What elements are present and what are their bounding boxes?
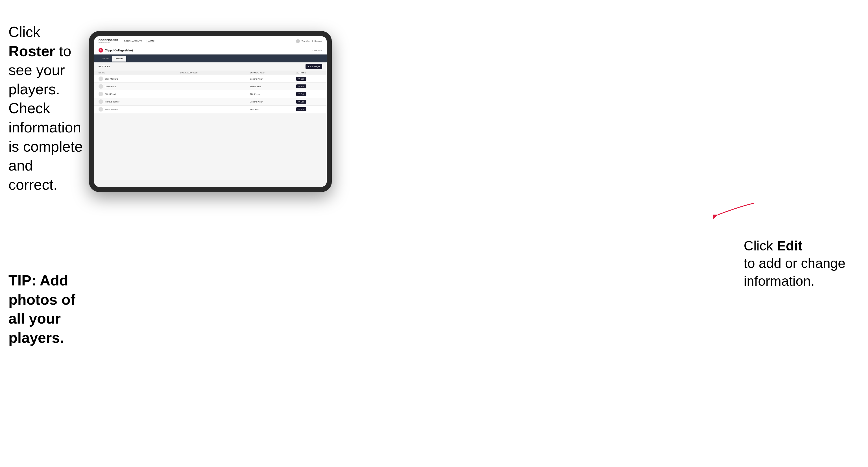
player-avatar [98,76,103,81]
player-actions-cell: ✏ Edit [292,75,327,83]
user-name: Test User [302,40,311,42]
logo-text: SCOREBOARD [98,39,118,42]
player-actions-cell: ✏ Edit [292,98,327,105]
edit-button-3[interactable]: ✏ Edit [296,100,306,104]
player-email-cell [175,98,245,105]
logo-area: SCOREBOARD Powered by clippd [98,39,118,43]
players-header: PLAYERS + Add Player [94,62,327,70]
player-year-cell: Fourth Year [245,83,292,90]
edit-button-4[interactable]: ✏ Edit [296,107,306,111]
tab-roster[interactable]: Roster [112,56,126,62]
nav-divider: | [312,40,313,42]
player-name-cell: Elliot Ebert [94,90,175,98]
team-header: C Clippd College (Men) Cancel ✕ [94,46,327,55]
nav-teams[interactable]: TEAMS [146,39,155,43]
top-nav: SCOREBOARD Powered by clippd TOURNAMENTS… [94,36,327,46]
edit-icon: ✏ [299,108,300,111]
edit-icon: ✏ [299,100,300,103]
right-annotation: Click Editto add or changeinformation. [744,237,845,290]
player-year-cell: Third Year [245,90,292,98]
edit-icon: ✏ [299,85,300,88]
player-email-cell [175,105,245,113]
player-year-cell: Second Year [245,98,292,105]
player-actions-cell: ✏ Edit [292,83,327,90]
player-year-cell: Second Year [245,75,292,83]
edit-icon: ✏ [299,77,300,80]
table-row: Piers Parnell First Year ✏ Edit [94,105,327,113]
table-row: Marcus Turner Second Year ✏ Edit [94,98,327,105]
content-area: PLAYERS + Add Player NAME EMAIL ADDRESS … [94,62,327,187]
player-actions-cell: ✏ Edit [292,90,327,98]
player-name-cell: Piers Parnell [94,105,175,113]
user-avatar [296,39,300,43]
player-email-cell [175,83,245,90]
tabs-bar: Details Roster [94,55,327,62]
team-name: Clippd College (Men) [105,49,133,52]
col-header-email: EMAIL ADDRESS [175,70,245,75]
player-avatar [98,92,103,96]
team-logo-icon: C [98,48,103,53]
player-name-cell: Marcus Turner [94,98,175,105]
tab-details[interactable]: Details [98,56,112,62]
nav-right: Test User | Sign out [296,39,322,43]
tip-annotation: TIP: Add photos ofall your players. [8,271,90,347]
col-header-name: NAME [94,70,175,75]
player-name-cell: Blair McHarg [94,75,175,83]
player-avatar [98,84,103,89]
nav-items: TOURNAMENTS TEAMS [124,39,154,43]
logo-sub: Powered by clippd [98,41,118,43]
edit-button-0[interactable]: ✏ Edit [296,77,306,81]
table-row: Blair McHarg Second Year ✏ Edit [94,75,327,83]
add-player-button[interactable]: + Add Player [306,64,322,69]
players-table: NAME EMAIL ADDRESS SCHOOL YEAR ACTIONS B… [94,70,327,113]
col-header-year: SCHOOL YEAR [245,70,292,75]
table-row: David Ford Fourth Year ✏ Edit [94,83,327,90]
tablet-device: SCOREBOARD Powered by clippd TOURNAMENTS… [89,31,332,192]
sign-out-link[interactable]: Sign out [314,40,322,42]
right-arrow [713,200,755,229]
table-header: NAME EMAIL ADDRESS SCHOOL YEAR ACTIONS [94,70,327,75]
player-actions-cell: ✏ Edit [292,105,327,113]
player-email-cell [175,90,245,98]
table-row: Elliot Ebert Third Year ✏ Edit [94,90,327,98]
player-year-cell: First Year [245,105,292,113]
table-body: Blair McHarg Second Year ✏ Edit [94,75,327,113]
left-annotation: Click Roster tosee your players.Check in… [8,23,90,194]
player-name-cell: David Ford [94,83,175,90]
tablet-screen: SCOREBOARD Powered by clippd TOURNAMENTS… [94,36,327,187]
edit-button-1[interactable]: ✏ Edit [296,85,306,88]
nav-tournaments[interactable]: TOURNAMENTS [124,39,142,43]
edit-button-2[interactable]: ✏ Edit [296,92,306,96]
players-label: PLAYERS [98,65,110,68]
cancel-button[interactable]: Cancel ✕ [313,49,322,52]
col-header-actions: ACTIONS [292,70,327,75]
player-avatar [98,107,103,112]
player-email-cell [175,75,245,83]
edit-icon: ✏ [299,93,300,95]
player-avatar [98,99,103,104]
